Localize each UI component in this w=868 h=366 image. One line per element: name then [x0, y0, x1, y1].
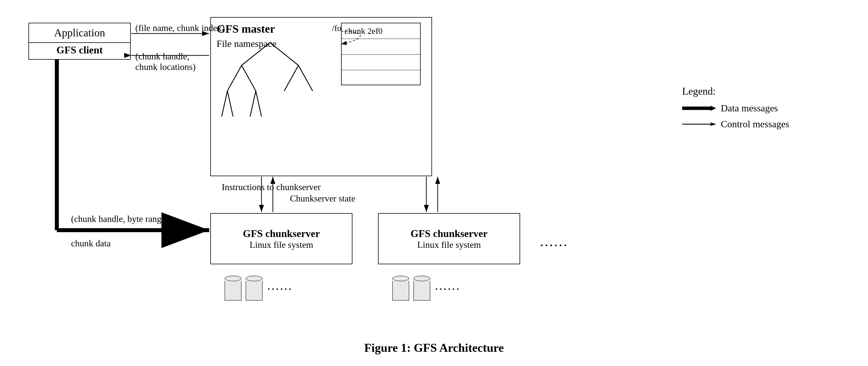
- chunkserver2-subtitle: Linux file system: [417, 240, 481, 250]
- chunk-row-4: [342, 70, 420, 86]
- chunkserver-ellipsis: ......: [540, 233, 568, 249]
- legend-control-item: Control messages: [682, 119, 789, 129]
- chunkserver-state-label: Chunkserver state: [290, 193, 355, 204]
- chunkserver2-box: GFS chunkserver Linux file system: [378, 213, 520, 264]
- file-name-chunk-index-label: (file name, chunk index): [135, 23, 225, 33]
- chunk-row-2: [342, 39, 420, 55]
- chunkserver1-disks: [224, 276, 262, 301]
- control-arrow-icon: [682, 120, 716, 128]
- chunkserver2-disks: [392, 276, 430, 301]
- gfs-client-label: GFS client: [57, 44, 103, 56]
- svg-line-6: [222, 91, 227, 117]
- legend-data-item: Data messages: [682, 103, 789, 114]
- svg-marker-26: [711, 122, 716, 126]
- chunkserver1-box: GFS chunkserver Linux file system: [210, 213, 352, 264]
- disk-icon-1: [224, 276, 242, 301]
- svg-line-8: [250, 91, 256, 117]
- disk-icon-3: [392, 276, 409, 301]
- svg-line-2: [227, 65, 242, 91]
- file-tree-diagram: [216, 34, 324, 131]
- chunk-handle-byte-range-label: (chunk handle, byte range): [71, 214, 168, 224]
- chunk-row-3: [342, 55, 420, 70]
- disk-icon-4: [413, 276, 430, 301]
- svg-line-4: [284, 65, 299, 91]
- svg-line-5: [299, 65, 313, 91]
- application-label: Application: [54, 26, 105, 39]
- legend-data-label: Data messages: [721, 103, 778, 114]
- svg-line-9: [256, 91, 261, 117]
- chunk-data-label: chunk data: [71, 238, 111, 249]
- diagram-container: Application GFS client GFS master File n…: [0, 0, 868, 366]
- svg-line-1: [270, 42, 299, 65]
- data-arrow-icon: [682, 104, 716, 113]
- figure-caption: Figure 1: GFS Architecture: [0, 341, 868, 355]
- chunk-row-1: chunk 2ef0: [342, 23, 420, 39]
- chunk-handle-locations-label: (chunk handle,chunk locations): [135, 51, 195, 72]
- disk-icon-2: [246, 276, 262, 301]
- chunkserver1-subtitle: Linux file system: [250, 240, 313, 250]
- instructions-label: Instructions to chunkserver: [222, 182, 320, 192]
- legend-box: Legend: Data messages Control messages: [682, 85, 789, 135]
- master-title: GFS master: [217, 22, 275, 35]
- svg-line-3: [242, 65, 256, 91]
- chunkserver2-title: GFS chunkserver: [410, 227, 488, 240]
- svg-marker-24: [711, 106, 716, 111]
- disk-ellipsis-1: ......: [267, 278, 293, 293]
- legend-title: Legend:: [682, 85, 789, 97]
- disk-ellipsis-2: ......: [435, 278, 460, 293]
- chunk-box: chunk 2ef0: [341, 23, 421, 85]
- legend-control-label: Control messages: [721, 119, 789, 129]
- application-box: Application GFS client: [28, 23, 131, 60]
- chunkserver1-title: GFS chunkserver: [243, 227, 320, 240]
- svg-line-7: [227, 91, 233, 117]
- svg-line-0: [242, 42, 270, 65]
